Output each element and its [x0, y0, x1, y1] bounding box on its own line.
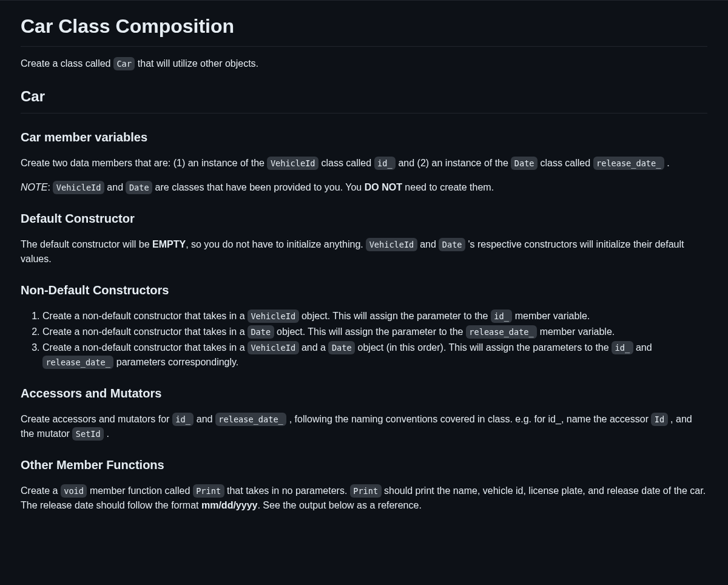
text: and [417, 239, 439, 249]
code-id-accessor: Id [651, 413, 667, 425]
section-car-heading: Car [21, 86, 707, 113]
default-constructor-heading: Default Constructor [21, 209, 707, 228]
document-body: Car Class Composition Create a class cal… [0, 0, 728, 533]
accessors-paragraph: Create accessors and mutators for id_ an… [21, 412, 707, 441]
text: Create accessors and mutators for [21, 414, 172, 424]
text: The default constructor will be [21, 239, 152, 249]
code-vehicleid: VehicleId [248, 309, 299, 322]
member-variables-heading: Car member variables [21, 128, 707, 146]
text: object (in this order). This will assign… [355, 342, 612, 353]
text: are classes that have been provided to y… [152, 182, 365, 192]
text: , so you do not have to initialize anyth… [186, 239, 366, 249]
text: Create a non-default constructor that ta… [42, 311, 248, 321]
default-constructor-paragraph: The default constructor will be EMPTY, s… [21, 237, 707, 266]
code-release-date: release_date_ [593, 157, 664, 169]
text: . [104, 428, 109, 439]
text: member variable. [512, 311, 590, 321]
other-member-functions-heading: Other Member Functions [21, 456, 707, 474]
code-release-date: release_date_ [466, 325, 537, 338]
do-not-strong: DO NOT [365, 182, 402, 192]
code-print: Print [193, 484, 224, 497]
code-vehicleid: VehicleId [53, 181, 104, 194]
code-setid: SetId [72, 427, 104, 440]
member-variables-paragraph: Create two data members that are: (1) an… [21, 156, 707, 171]
code-date: Date [439, 238, 465, 251]
text: : [47, 182, 53, 192]
page-title: Car Class Composition [21, 1, 707, 47]
text: object. This will assign the parameter t… [274, 326, 466, 337]
code-id: id_ [612, 341, 633, 354]
text: . See the output below as a reference. [257, 500, 421, 510]
text: Create a class called [21, 58, 113, 69]
code-date: Date [328, 341, 355, 354]
code-release-date: release_date_ [215, 413, 286, 425]
text: and [104, 182, 126, 192]
list-item: Create a non-default constructor that ta… [42, 325, 707, 339]
list-item: Create a non-default constructor that ta… [42, 309, 707, 323]
text: Create two data members that are: (1) an… [21, 158, 267, 168]
code-id: id_ [374, 157, 396, 169]
text: need to create them. [402, 182, 494, 192]
other-paragraph: Create a void member function called Pri… [21, 484, 707, 513]
code-print: Print [350, 484, 382, 497]
code-date: Date [126, 181, 152, 194]
code-vehicleid: VehicleId [366, 238, 417, 251]
text: , following the naming conventions cover… [286, 414, 651, 424]
code-void: void [61, 484, 87, 497]
text: that will utilize other objects. [135, 58, 258, 69]
text: class called [538, 158, 593, 168]
list-item: Create a non-default constructor that ta… [42, 340, 707, 370]
text: Create a non-default constructor that ta… [42, 326, 248, 337]
text: and [194, 414, 215, 424]
non-default-list: Create a non-default constructor that ta… [21, 309, 707, 370]
text: object. This will assign the parameter t… [299, 311, 491, 321]
code-date: Date [511, 157, 538, 169]
text: member function called [87, 485, 192, 496]
text: class called [318, 158, 374, 168]
text: that takes in no parameters. [224, 485, 350, 496]
code-date: Date [248, 325, 274, 338]
code-id: id_ [491, 309, 512, 322]
intro-paragraph: Create a class called Car that will util… [21, 56, 707, 71]
text: Create a [21, 485, 61, 496]
text: member variable. [537, 326, 615, 337]
date-format-strong: mm/dd/yyyy [201, 500, 257, 510]
code-id: id_ [172, 413, 194, 425]
text: and [633, 342, 652, 353]
code-car: Car [113, 57, 135, 70]
text: and (2) an instance of the [396, 158, 511, 168]
note-label: NOTE [21, 182, 47, 192]
code-vehicleid: VehicleId [267, 157, 318, 169]
empty-strong: EMPTY [152, 239, 186, 249]
non-default-constructors-heading: Non-Default Constructors [21, 281, 707, 299]
accessors-mutators-heading: Accessors and Mutators [21, 384, 707, 402]
text: Create a non-default constructor that ta… [42, 342, 248, 353]
text: . [664, 158, 670, 168]
code-release-date: release_date_ [42, 356, 113, 368]
text: and a [299, 342, 329, 353]
note-paragraph: NOTE: VehicleId and Date are classes tha… [21, 180, 707, 195]
code-vehicleid: VehicleId [248, 341, 299, 354]
text: parameters correspondingly. [113, 357, 238, 367]
